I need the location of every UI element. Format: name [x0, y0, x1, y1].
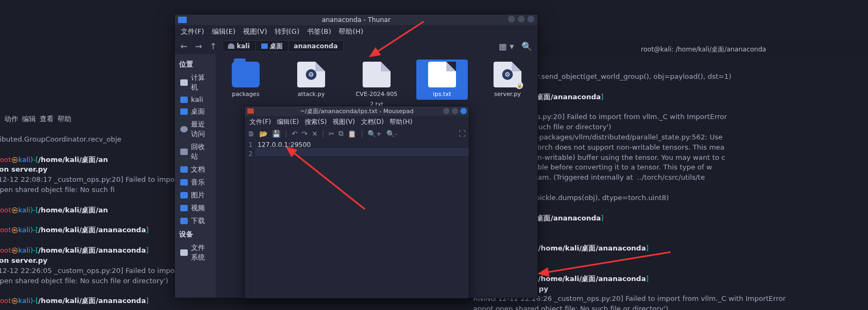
menu-view[interactable]: 视图(V)	[330, 116, 358, 128]
menu-file[interactable]: 文件(F)	[178, 26, 207, 38]
menu-help[interactable]: 帮助(H)	[387, 116, 415, 128]
up-button[interactable]: ↑	[208, 40, 219, 53]
editor-text-area[interactable]: 127.0.0.1:29500	[255, 139, 469, 298]
crumb-desktop[interactable]: 桌面	[256, 41, 289, 51]
zoom-out-icon[interactable]: 🔍-	[386, 130, 398, 138]
sidebar-group-places: 位置	[175, 57, 216, 71]
crumb-current[interactable]: ananaconda	[289, 41, 343, 51]
sidebar-item-docs[interactable]: 文档	[175, 163, 216, 176]
editor-line-1: 127.0.0.1:29500	[258, 141, 467, 150]
text-file-icon	[428, 62, 456, 87]
sidebar-item-videos[interactable]: 视频	[175, 202, 216, 215]
file-server-py[interactable]: ⚙🔒server.py	[482, 60, 533, 100]
mousepad-window[interactable]: ~/桌面/ananaconda/ips.txt - Mousepad 文件(F)…	[244, 106, 469, 299]
window-controls[interactable]	[508, 16, 534, 23]
menu-file[interactable]: 文件(F)	[247, 116, 274, 128]
left-term-menubar: 动作编辑查看帮助	[0, 113, 76, 126]
new-icon[interactable]: 🗎	[248, 130, 255, 138]
sidebar-item-music[interactable]: 音乐	[175, 176, 216, 189]
sidebar-item-filesystem[interactable]: 文件系统	[175, 241, 216, 264]
close-doc-icon[interactable]: ✕	[312, 130, 318, 138]
view-mode-button[interactable]: ▦ ▾	[497, 40, 516, 53]
menu-bookmark[interactable]: 书签(B)	[304, 26, 334, 38]
file-ips-txt[interactable]: ips.txt	[416, 60, 468, 100]
file-cve-txt[interactable]: CVE-2024-9052.txt	[351, 60, 402, 110]
sidebar-item-home[interactable]: kali	[175, 94, 216, 105]
breadcrumb[interactable]: kali 桌面 ananaconda	[222, 40, 343, 52]
thunar-menubar[interactable]: 文件(F) 编辑(E) 视图(V) 转到(G) 书签(B) 帮助(H)	[175, 25, 538, 38]
menu-search[interactable]: 搜索(S)	[302, 116, 329, 128]
sidebar-item-computer[interactable]: 计算机	[175, 71, 216, 94]
mousepad-titlebar[interactable]: ~/桌面/ananaconda/ips.txt - Mousepad	[245, 106, 469, 116]
crumb-home[interactable]: kali	[223, 41, 255, 51]
search-icon[interactable]: 🔍	[519, 40, 534, 53]
menu-go[interactable]: 转到(G)	[272, 26, 302, 38]
mousepad-title: ~/桌面/ananaconda/ips.txt - Mousepad	[245, 107, 469, 115]
python-file-icon: ⚙🔒	[494, 62, 521, 87]
file-attack-py[interactable]: ⚙attack.py	[285, 60, 337, 100]
maximize-button[interactable]	[518, 16, 525, 23]
folder-icon	[232, 62, 260, 87]
file-packages[interactable]: packages	[220, 60, 271, 100]
paste-icon[interactable]: 📋	[348, 130, 356, 138]
menu-doc[interactable]: 文档(D)	[358, 116, 387, 128]
menu-edit[interactable]: 编辑(E)	[209, 26, 238, 38]
mousepad-toolbar[interactable]: 🗎📂💾 | ↶↷✕ | ✂⧉📋 | 🔍+🔍- ⛶	[245, 128, 469, 139]
sidebar-item-downloads[interactable]: 下载	[175, 215, 216, 227]
minimize-button[interactable]	[443, 108, 450, 114]
close-button[interactable]	[527, 16, 534, 23]
mousepad-menubar[interactable]: 文件(F) 编辑(E) 搜索(S) 视图(V) 文档(D) 帮助(H)	[245, 116, 469, 128]
redo-icon[interactable]: ↷	[301, 130, 307, 138]
zoom-in-icon[interactable]: 🔍+	[367, 130, 382, 138]
line-gutter: 12	[245, 139, 255, 298]
thunar-titlebar[interactable]: ananaconda - Thunar	[175, 14, 538, 25]
sidebar-item-recent[interactable]: 最近访问	[175, 118, 216, 141]
python-file-icon: ⚙	[297, 62, 325, 87]
minimize-button[interactable]	[508, 16, 515, 23]
forward-button[interactable]: →	[193, 40, 204, 53]
window-controls[interactable]	[443, 108, 467, 114]
menu-view[interactable]: 视图(V)	[240, 26, 270, 38]
fullscreen-icon[interactable]: ⛶	[459, 130, 466, 138]
thunar-toolbar[interactable]: ← → ↑ kali 桌面 ananaconda ▦ ▾ 🔍	[175, 38, 538, 54]
maximize-button[interactable]	[452, 108, 458, 114]
menu-edit[interactable]: 编辑(E)	[274, 116, 301, 128]
sidebar-item-pictures[interactable]: 图片	[175, 189, 216, 202]
sidebar-item-desktop[interactable]: 桌面	[175, 105, 216, 118]
open-icon[interactable]: 📂	[259, 130, 268, 138]
thunar-title: ananaconda - Thunar	[175, 16, 538, 24]
editor-body[interactable]: 12 127.0.0.1:29500	[245, 139, 469, 298]
text-file-icon	[363, 62, 391, 87]
back-button[interactable]: ←	[178, 40, 189, 53]
cut-icon[interactable]: ✂	[329, 130, 335, 138]
copy-icon[interactable]: ⧉	[339, 129, 343, 138]
close-button[interactable]	[460, 108, 467, 114]
sidebar-group-devices: 设备	[175, 227, 216, 241]
undo-icon[interactable]: ↶	[291, 130, 297, 138]
terminal-right-titlebar: root@kali: /home/kali/桌面/ananaconda	[539, 43, 868, 56]
sidebar-item-trash[interactable]: 回收站	[175, 141, 216, 163]
lock-icon: 🔒	[516, 82, 523, 89]
save-icon[interactable]: 💾	[272, 130, 281, 138]
thunar-sidebar[interactable]: 位置 计算机 kali 桌面 最近访问 回收站 文档 音乐 图片 视频 下载 设…	[175, 54, 216, 298]
menu-help[interactable]: 帮助(H)	[336, 26, 366, 38]
